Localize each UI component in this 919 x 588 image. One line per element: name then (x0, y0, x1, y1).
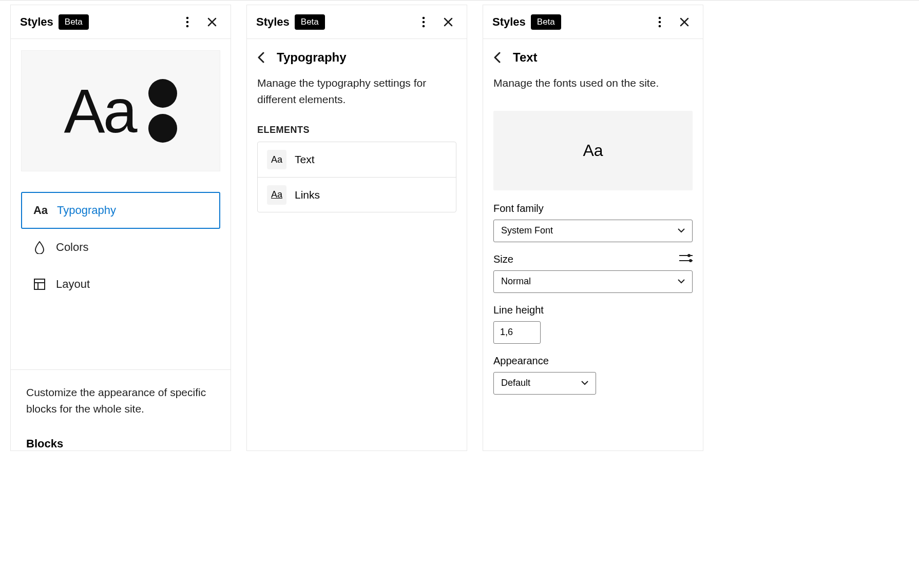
svg-point-15 (689, 259, 692, 262)
close-icon (207, 17, 217, 27)
size-settings-button[interactable] (679, 253, 693, 265)
chevron-down-icon (678, 228, 685, 233)
nav-item-label: Typography (57, 204, 116, 217)
blocks-section: Customize the appearance of specific blo… (11, 369, 231, 450)
nav-item-label: Layout (56, 278, 90, 291)
layout-icon (32, 278, 47, 290)
nav-list: Aa Typography Colors Layout (11, 192, 231, 303)
svg-point-8 (423, 25, 425, 27)
svg-point-1 (186, 21, 189, 23)
kebab-icon (422, 16, 425, 28)
select-value: System Font (501, 225, 553, 236)
page-description: Manage the typography settings for diffe… (247, 70, 467, 117)
panel-title: Styles (20, 15, 53, 29)
page-description: Manage the fonts used on the site. (483, 70, 703, 102)
select-value: Normal (501, 276, 531, 287)
blocks-heading[interactable]: Blocks (26, 437, 215, 450)
size-label: Size (493, 253, 513, 265)
element-item-label: Text (295, 153, 315, 166)
line-height-input[interactable] (493, 321, 541, 344)
back-button[interactable] (257, 52, 264, 63)
typography-panel: Styles Beta Typography Manage the typogr… (246, 5, 467, 451)
close-icon (679, 17, 690, 27)
beta-badge: Beta (59, 14, 89, 30)
sliders-icon (679, 253, 693, 263)
nav-item-colors[interactable]: Colors (21, 229, 220, 266)
chevron-left-icon (257, 52, 264, 63)
panel-title: Styles (256, 15, 290, 29)
element-item-label: Links (295, 189, 320, 201)
elements-heading: ELEMENTS (247, 117, 467, 142)
font-preview: Aa (493, 111, 693, 190)
panel-header: Styles Beta (483, 5, 703, 39)
panel-title: Styles (492, 15, 526, 29)
nav-item-typography[interactable]: Aa Typography (21, 192, 220, 229)
svg-point-11 (659, 25, 661, 27)
chevron-down-icon (678, 279, 685, 284)
chevron-left-icon (493, 52, 501, 63)
element-item-links[interactable]: Aa Links (258, 177, 456, 212)
styles-root-panel: Styles Beta Aa Aa Typography (10, 5, 231, 451)
appearance-label: Appearance (493, 355, 693, 367)
text-styles-panel: Styles Beta Text Manage the fonts used o… (483, 5, 703, 451)
drop-icon (32, 241, 47, 254)
line-height-label: Line height (493, 304, 693, 316)
blocks-description: Customize the appearance of specific blo… (26, 384, 215, 417)
svg-rect-3 (34, 279, 45, 289)
links-element-icon: Aa (267, 185, 286, 205)
page-title: Text (513, 50, 538, 65)
back-button[interactable] (493, 52, 501, 63)
appearance-select[interactable]: Default (493, 372, 596, 395)
svg-point-9 (659, 16, 661, 19)
select-value: Default (501, 378, 530, 388)
close-button[interactable] (203, 13, 221, 31)
nav-item-label: Colors (56, 241, 89, 254)
close-icon (443, 17, 453, 27)
more-menu-button[interactable] (178, 13, 197, 31)
svg-point-13 (687, 254, 691, 257)
preview-glyph-icon: Aa (583, 141, 603, 160)
typography-icon: Aa (33, 204, 48, 217)
style-preview: Aa (21, 50, 220, 171)
close-button[interactable] (675, 13, 694, 31)
nav-item-layout[interactable]: Layout (21, 266, 220, 303)
svg-point-2 (186, 25, 189, 27)
kebab-icon (658, 16, 661, 28)
svg-point-7 (423, 21, 425, 23)
color-swatch-icon (148, 79, 177, 143)
close-button[interactable] (439, 13, 457, 31)
typography-glyph-icon: Aa (64, 80, 136, 142)
svg-point-6 (423, 16, 425, 19)
beta-badge: Beta (295, 14, 325, 30)
page-title: Typography (277, 50, 347, 65)
panel-header: Styles Beta (247, 5, 467, 39)
kebab-icon (186, 16, 189, 28)
svg-point-10 (659, 21, 661, 23)
font-family-label: Font family (493, 203, 693, 214)
elements-list: Aa Text Aa Links (257, 142, 456, 212)
beta-badge: Beta (531, 14, 561, 30)
element-item-text[interactable]: Aa Text (258, 142, 456, 177)
font-family-select[interactable]: System Font (493, 220, 693, 242)
chevron-down-icon (581, 381, 588, 385)
panel-header: Styles Beta (11, 5, 231, 39)
more-menu-button[interactable] (650, 13, 669, 31)
svg-point-0 (186, 16, 189, 19)
text-element-icon: Aa (267, 150, 286, 169)
more-menu-button[interactable] (414, 13, 433, 31)
size-select[interactable]: Normal (493, 270, 693, 293)
